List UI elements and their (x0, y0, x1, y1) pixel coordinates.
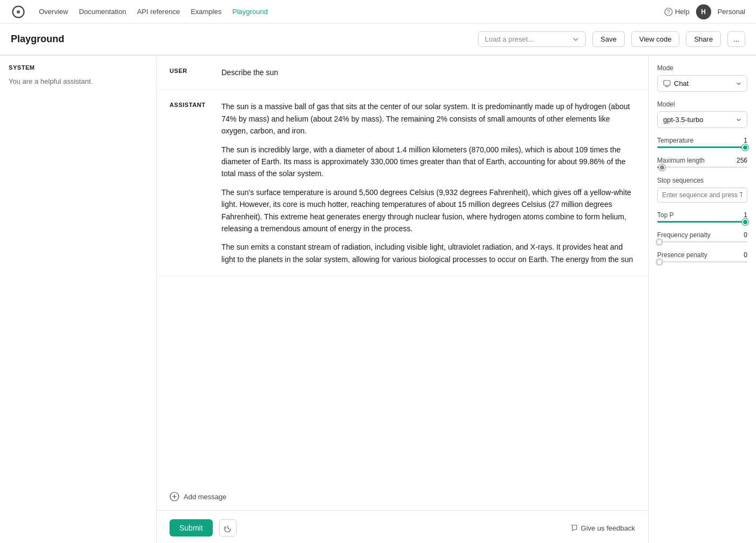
history-button[interactable] (219, 519, 237, 537)
max-length-section: Maximum length 256 (657, 157, 747, 168)
top-p-value: 1 (744, 211, 747, 219)
assistant-message-row: ASSISTANT The sun is a massive ball of g… (157, 90, 648, 277)
nav-documentation[interactable]: Documentation (79, 8, 126, 16)
assistant-para-1: The sun is a massive ball of gas that si… (221, 100, 635, 137)
model-label: Model (657, 100, 747, 108)
freq-penalty-row: Frequency penalty 0 (657, 231, 747, 239)
stop-sequences-section: Stop sequences (657, 177, 747, 203)
right-panel: Mode Chat Model gpt-3.5-turbo (648, 55, 756, 543)
presence-penalty-label: Presence penalty (657, 251, 707, 259)
max-length-value: 256 (737, 157, 747, 164)
user-message-text[interactable]: Describe the sun (221, 66, 635, 78)
model-select[interactable]: gpt-3.5-turbo (657, 111, 747, 128)
mode-section: Mode Chat (657, 64, 747, 92)
freq-penalty-slider[interactable] (657, 241, 747, 243)
mode-chevron-icon (736, 81, 741, 86)
freq-penalty-label: Frequency penalty (657, 231, 711, 239)
mode-value: Chat (674, 79, 688, 88)
chat-mode-icon (663, 80, 671, 88)
temperature-section: Temperature 1 (657, 137, 747, 148)
temperature-row: Temperature 1 (657, 137, 747, 144)
top-p-slider[interactable] (657, 221, 747, 223)
assistant-message-text[interactable]: The sun is a massive ball of gas that si… (221, 100, 635, 265)
presence-penalty-value: 0 (744, 251, 747, 259)
svg-rect-4 (664, 81, 670, 85)
max-length-label: Maximum length (657, 157, 705, 164)
model-section: Model gpt-3.5-turbo (657, 100, 747, 128)
user-message-row: USER Describe the sun (157, 56, 648, 90)
max-length-slider[interactable] (657, 166, 747, 168)
avatar[interactable]: H (696, 4, 711, 19)
help-icon: ? (664, 8, 673, 16)
feedback-icon (570, 524, 578, 532)
openai-logo[interactable] (11, 4, 26, 19)
temperature-label: Temperature (657, 137, 693, 144)
add-circle-icon (170, 492, 179, 501)
presence-penalty-slider[interactable] (657, 261, 747, 263)
stop-seq-label: Stop sequences (657, 177, 747, 184)
feedback-label: Give us feedback (581, 524, 635, 532)
presence-penalty-section: Presence penalty 0 (657, 251, 747, 263)
model-value: gpt-3.5-turbo (663, 116, 703, 124)
top-p-section: Top P 1 (657, 211, 747, 223)
presence-penalty-row: Presence penalty 0 (657, 251, 747, 259)
page-header: Playground Load a preset... Save View co… (0, 24, 756, 55)
stop-seq-input[interactable] (657, 187, 747, 203)
messages-area: USER Describe the sun ASSISTANT The sun … (157, 56, 648, 483)
max-length-row: Maximum length 256 (657, 157, 747, 164)
help-button[interactable]: ? Help (664, 8, 690, 16)
system-content[interactable]: You are a helpful assistant. (9, 76, 147, 87)
save-button[interactable]: Save (592, 31, 625, 47)
nav-links: Overview Documentation API reference Exa… (39, 8, 651, 16)
chat-panel: USER Describe the sun ASSISTANT The sun … (157, 55, 648, 543)
top-p-label: Top P (657, 211, 674, 219)
system-panel: SYSTEM You are a helpful assistant. (0, 55, 157, 543)
mode-label: Mode (657, 64, 747, 72)
svg-point-0 (17, 10, 20, 14)
submit-button[interactable]: Submit (170, 519, 213, 537)
share-button[interactable]: Share (686, 31, 721, 47)
assistant-para-4: The sun emits a constant stream of radia… (221, 241, 635, 265)
assistant-para-3: The sun's surface temperature is around … (221, 186, 635, 235)
chat-footer: Submit Give us feedback (157, 510, 648, 543)
nav-right: ? Help H Personal (664, 4, 745, 19)
nav-examples[interactable]: Examples (191, 8, 221, 16)
personal-label[interactable]: Personal (718, 8, 745, 16)
history-icon (224, 524, 232, 532)
mode-select[interactable]: Chat (657, 75, 747, 92)
temperature-slider[interactable] (657, 146, 747, 148)
freq-penalty-value: 0 (744, 231, 747, 239)
svg-text:?: ? (667, 9, 670, 15)
view-code-button[interactable]: View code (631, 31, 680, 47)
more-button[interactable]: ... (727, 31, 745, 47)
page-title: Playground (11, 33, 471, 45)
assistant-role-label: ASSISTANT (170, 100, 213, 108)
main-layout: SYSTEM You are a helpful assistant. USER… (0, 55, 756, 543)
temperature-value: 1 (744, 137, 747, 144)
model-chevron-icon (736, 117, 741, 123)
preset-placeholder: Load a preset... (485, 35, 568, 43)
footer-left: Submit (170, 519, 237, 537)
top-nav: Overview Documentation API reference Exa… (0, 0, 756, 24)
assistant-para-2: The sun is incredibly large, with a diam… (221, 144, 635, 180)
chevron-down-icon (572, 36, 579, 43)
mode-select-inner: Chat (663, 79, 688, 88)
top-p-row: Top P 1 (657, 211, 747, 219)
add-message-row[interactable]: Add message (157, 483, 648, 510)
system-label: SYSTEM (9, 64, 147, 71)
feedback-button[interactable]: Give us feedback (570, 524, 635, 532)
preset-dropdown[interactable]: Load a preset... (478, 31, 586, 47)
nav-api-reference[interactable]: API reference (137, 8, 180, 16)
freq-penalty-section: Frequency penalty 0 (657, 231, 747, 243)
nav-overview[interactable]: Overview (39, 8, 68, 16)
user-role-label: USER (170, 66, 213, 74)
nav-playground[interactable]: Playground (232, 8, 268, 16)
add-message-label: Add message (184, 493, 227, 501)
